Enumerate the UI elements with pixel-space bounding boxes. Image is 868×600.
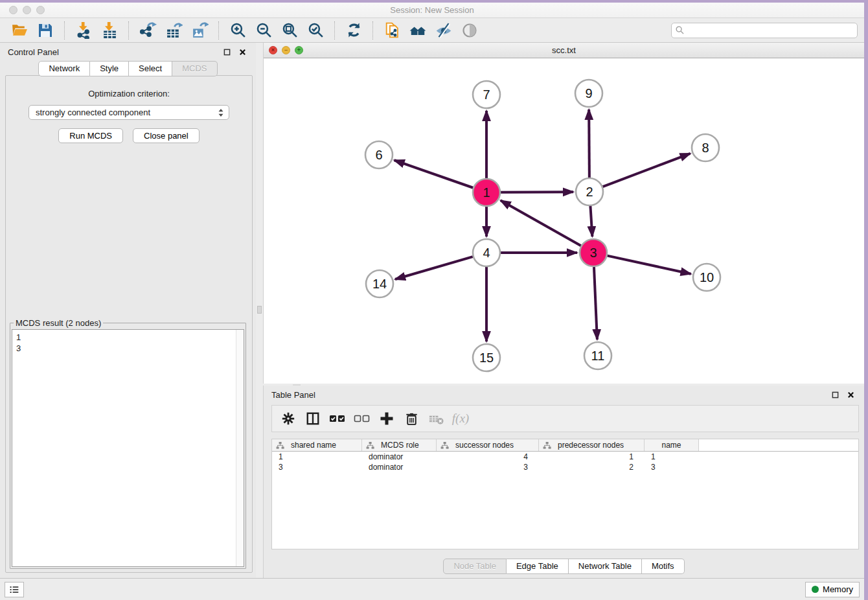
graph-node-14[interactable]: 14: [366, 270, 393, 297]
table-header-row: shared nameMCDS rolesuccessor nodesprede…: [272, 439, 858, 452]
float-table-panel-icon[interactable]: [829, 389, 841, 400]
graph-node-6[interactable]: 6: [365, 141, 393, 168]
table-cell[interactable]: dominator: [362, 452, 437, 461]
column-header-label: MCDS role: [381, 441, 419, 450]
table-cell[interactable]: 3: [272, 463, 362, 472]
graph-node-15[interactable]: 15: [473, 344, 500, 371]
fit-all-icon[interactable]: [405, 20, 431, 41]
tab-mcds[interactable]: MCDS: [172, 61, 217, 76]
graph-edge-3-1[interactable]: [501, 200, 581, 246]
table-row[interactable]: 1dominator411: [272, 452, 858, 462]
close-table-panel-icon[interactable]: [845, 389, 856, 400]
task-history-button[interactable]: [5, 582, 24, 597]
close-panel-button[interactable]: Close panel: [133, 128, 200, 143]
network-close-button[interactable]: ×: [269, 46, 277, 54]
details-indicator-icon[interactable]: [457, 20, 483, 41]
tab-network-table[interactable]: Network Table: [569, 559, 642, 574]
table-cell[interactable]: 3: [645, 463, 699, 472]
export-table-icon[interactable]: [161, 20, 187, 41]
graph-node-11[interactable]: 11: [584, 342, 611, 369]
optimization-criterion-select[interactable]: strongly connected component: [29, 105, 229, 120]
open-file-icon[interactable]: [6, 20, 32, 41]
table-cell[interactable]: 2: [539, 463, 645, 472]
hide-details-icon[interactable]: [431, 20, 457, 41]
graph-node-2[interactable]: 2: [576, 178, 603, 205]
mcds-result-list[interactable]: 13: [12, 329, 244, 567]
table-cell[interactable]: dominator: [362, 463, 437, 472]
zoom-out-icon[interactable]: [251, 20, 277, 41]
network-minimize-button[interactable]: –: [282, 46, 290, 54]
mcds-result-item[interactable]: 1: [16, 332, 240, 343]
zoom-selected-icon[interactable]: [303, 20, 328, 41]
result-scrollbar[interactable]: [236, 330, 244, 566]
graph-edge-3-10[interactable]: [607, 256, 691, 274]
apply-layout-icon[interactable]: [341, 20, 367, 41]
table-cell[interactable]: 3: [437, 463, 539, 472]
memory-button[interactable]: Memory: [805, 582, 860, 597]
network-from-selection-icon[interactable]: [379, 20, 405, 41]
graph-edge-2-9[interactable]: [589, 110, 589, 178]
delete-table-icon[interactable]: [426, 409, 446, 428]
mcds-result-group: MCDS result (2 nodes) 13: [10, 318, 246, 569]
search-input[interactable]: [685, 26, 854, 35]
graph-node-8[interactable]: 8: [692, 134, 719, 161]
float-panel-icon[interactable]: [221, 46, 233, 58]
mcds-result-item[interactable]: 3: [16, 343, 240, 354]
add-column-icon[interactable]: [377, 409, 396, 428]
graph-node-1[interactable]: 1: [473, 179, 500, 206]
network-canvas[interactable]: 1234678910111415: [264, 58, 864, 384]
export-image-icon[interactable]: [187, 20, 212, 41]
graph-node-3[interactable]: 3: [580, 239, 607, 266]
save-session-icon[interactable]: [32, 20, 58, 41]
network-maximize-button[interactable]: +: [295, 46, 303, 54]
column-header-successor-nodes[interactable]: successor nodes: [437, 439, 539, 451]
select-all-checks-icon[interactable]: [328, 409, 347, 428]
graph-edge-1-2[interactable]: [501, 192, 573, 192]
zoom-fit-icon[interactable]: [277, 20, 303, 41]
graph-edge-3-11[interactable]: [594, 267, 597, 340]
graph-edge-4-14[interactable]: [395, 257, 473, 279]
column-header-MCDS-role[interactable]: MCDS role: [362, 439, 437, 451]
clear-all-checks-icon[interactable]: [352, 409, 372, 428]
minimize-window-button[interactable]: [23, 6, 31, 14]
toolbar-separator: [218, 21, 219, 40]
graph-node-10[interactable]: 10: [693, 264, 720, 291]
export-network-icon[interactable]: [135, 20, 161, 41]
graph-node-4[interactable]: 4: [473, 239, 500, 266]
tab-select[interactable]: Select: [129, 61, 172, 76]
zoom-in-icon[interactable]: [225, 20, 251, 41]
run-mcds-button[interactable]: Run MCDS: [58, 128, 123, 143]
tab-network[interactable]: Network: [38, 61, 90, 76]
delete-column-icon[interactable]: [402, 409, 421, 428]
close-panel-icon[interactable]: [236, 46, 248, 58]
maximize-window-button[interactable]: [36, 6, 45, 14]
function-builder-icon[interactable]: f(x): [451, 409, 470, 428]
close-window-button[interactable]: [9, 6, 17, 14]
tab-motifs[interactable]: Motifs: [642, 559, 685, 574]
tab-edge-table[interactable]: Edge Table: [507, 559, 569, 574]
table-row[interactable]: 3dominator323: [272, 462, 858, 472]
graph-edge-1-6[interactable]: [394, 160, 474, 187]
graph-node-9[interactable]: 9: [575, 80, 602, 107]
tab-node-table[interactable]: Node Table: [443, 559, 507, 574]
table-cell[interactable]: 1: [272, 452, 362, 461]
table-settings-icon[interactable]: [279, 409, 298, 428]
panel-divider-handle[interactable]: [257, 306, 262, 314]
control-panel-tabs: NetworkStyleSelectMCDS: [38, 61, 217, 76]
network-window-titlebar: × – + scc.txt: [264, 43, 864, 58]
toolbar-separator: [334, 21, 335, 40]
graph-edge-2-3[interactable]: [590, 206, 592, 237]
column-header-predecessor-nodes[interactable]: predecessor nodes: [539, 439, 645, 451]
table-cell[interactable]: 4: [437, 452, 539, 461]
import-table-icon[interactable]: [97, 20, 122, 41]
control-panel-header: Control Panel: [0, 43, 256, 61]
column-header-shared-name[interactable]: shared name: [272, 439, 362, 451]
column-header-name[interactable]: name: [645, 439, 699, 451]
table-cell[interactable]: 1: [645, 452, 699, 461]
graph-edge-2-8[interactable]: [603, 154, 691, 187]
column-manager-icon[interactable]: [303, 409, 323, 428]
import-network-icon[interactable]: [71, 20, 97, 41]
table-cell[interactable]: 1: [539, 452, 645, 461]
tab-style[interactable]: Style: [90, 61, 129, 76]
graph-node-7[interactable]: 7: [473, 81, 500, 108]
